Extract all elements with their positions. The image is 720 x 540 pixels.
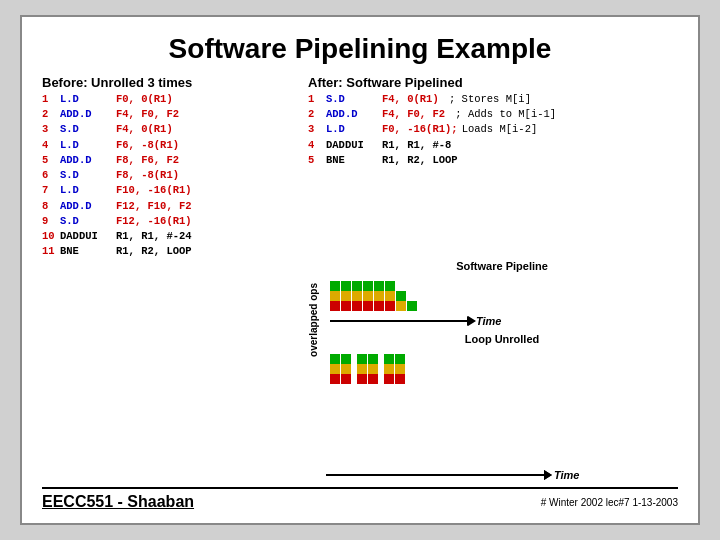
footer-bar: EECC551 - Shaaban # Winter 2002 lec#7 1-…	[42, 487, 678, 511]
right-panel: After: Software Pipelined 1S.DF4, 0(R1) …	[308, 75, 678, 481]
time-label-1: Time	[476, 315, 501, 327]
loop-unrolled-box: Loop Unrolled	[326, 333, 678, 384]
after-header: After: Software Pipelined	[308, 75, 463, 90]
software-pipeline-label: Software Pipeline	[326, 260, 678, 272]
loop-unrolled-label: Loop Unrolled	[326, 333, 678, 345]
before-code: 1L.DF0, 0(R1) 2ADD.DF4, F0, F2 3S.DF4, 0…	[42, 92, 302, 259]
content-area: Before: Unrolled 3 times 1L.DF0, 0(R1) 2…	[42, 75, 678, 481]
time-axis: Time	[308, 469, 678, 481]
before-header: Before: Unrolled 3 times	[42, 75, 302, 90]
after-code: 1S.DF4, 0(R1) ; Stores M[i] 2ADD.DF4, F0…	[308, 92, 678, 168]
footer-title: EECC551 - Shaaban	[42, 493, 194, 511]
footer-sub: # Winter 2002 lec#7 1-13-2003	[541, 497, 678, 508]
software-pipeline-box: Software Pipeline	[326, 260, 678, 327]
time-label-2: Time	[554, 469, 579, 481]
diagrams: Software Pipeline	[326, 256, 678, 384]
slide-title: Software Pipelining Example	[42, 33, 678, 65]
diagram-area: overlapped ops Software Pipeline	[308, 172, 678, 481]
before-panel: Before: Unrolled 3 times 1L.DF0, 0(R1) 2…	[42, 75, 302, 481]
y-axis-label: overlapped ops	[308, 283, 322, 357]
diagram-row: overlapped ops Software Pipeline	[308, 172, 678, 467]
slide: Software Pipelining Example Before: Unro…	[20, 15, 700, 525]
